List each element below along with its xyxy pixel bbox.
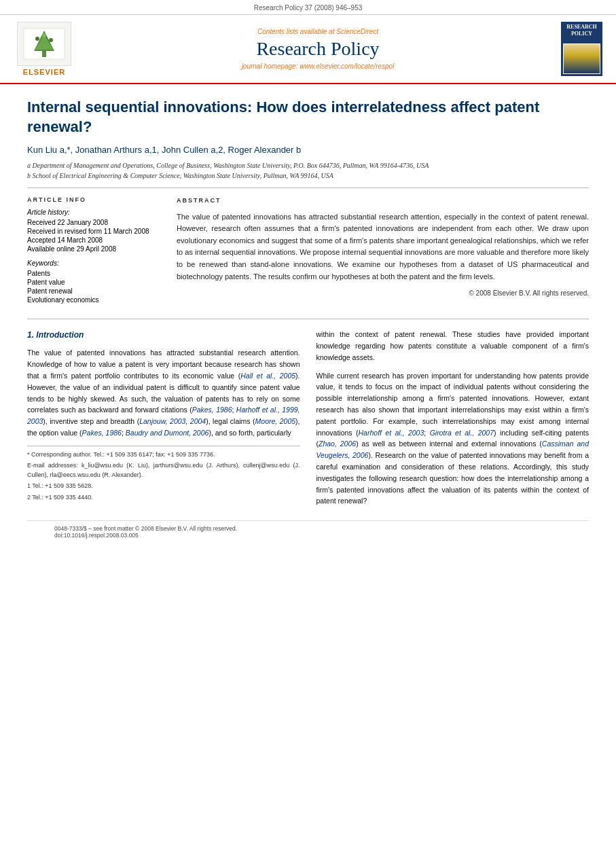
kw-patents: Patents xyxy=(27,270,163,277)
sciencedirect-link: Contents lists available at ScienceDirec… xyxy=(81,28,554,35)
cite-pakes-option: Pakes, 1986 xyxy=(82,429,122,437)
history-online: Available online 29 April 2008 xyxy=(27,245,163,253)
citation-text: Research Policy 37 (2008) 946–953 xyxy=(254,4,363,12)
affiliations: a Department of Management and Operation… xyxy=(27,160,589,181)
elsevier-text: ELSEVIER xyxy=(23,68,65,76)
journal-homepage: journal homepage: www.elsevier.com/locat… xyxy=(81,62,554,70)
cite-hall-2005: Hall et al., 2005 xyxy=(240,372,295,380)
elsevier-logo: ELSEVIER xyxy=(14,22,75,76)
abstract-copyright: © 2008 Elsevier B.V. All rights reserved… xyxy=(177,288,589,298)
affiliation-a: a Department of Management and Operation… xyxy=(27,160,589,171)
cite-girotra: Girotra et al., 2007 xyxy=(430,429,494,437)
body-right-col: within the context of patent renewal. Th… xyxy=(316,329,590,514)
journal-center: Contents lists available at ScienceDirec… xyxy=(81,28,554,70)
affiliation-b: b School of Electrical Engineering & Com… xyxy=(27,171,589,181)
right-para-2: While current research has proven import… xyxy=(316,370,590,507)
footnotes: * Corresponding author. Tel.: +1 509 335… xyxy=(27,446,300,503)
journal-title: Research Policy xyxy=(81,38,554,60)
cite-pakes-1986a: Pakes, 1986 xyxy=(192,406,232,414)
history-revised: Received in revised form 11 March 2008 xyxy=(27,228,163,235)
svg-point-5 xyxy=(35,37,39,41)
kw-patent-value: Patent value xyxy=(27,279,163,286)
cite-moore: Moore, 2005 xyxy=(255,417,296,425)
keywords-label: Keywords: xyxy=(27,260,163,267)
history-label: Article history: xyxy=(27,209,163,216)
abstract-panel: ABSTRACT The value of patented innovatio… xyxy=(177,196,589,305)
journal-cover-image: RESEARCHPOLICY xyxy=(561,22,602,76)
info-abstract-row: ARTICLE INFO Article history: Received 2… xyxy=(27,196,589,305)
bottom-bar: 0048-7333/$ – see front matter © 2008 El… xyxy=(27,520,589,543)
article-info-panel: ARTICLE INFO Article history: Received 2… xyxy=(27,196,163,305)
cite-lanjouw: Lanjouw, 2003, 2004 xyxy=(139,417,206,425)
elsevier-tree-image xyxy=(17,22,71,66)
issn-text: 0048-7333/$ – see front matter © 2008 El… xyxy=(54,525,237,532)
body-columns: 1. Introduction The value of patented in… xyxy=(27,329,589,514)
history-accepted: Accepted 14 March 2008 xyxy=(27,236,163,244)
authors: Kun Liu a,*, Jonathan Arthurs a,1, John … xyxy=(27,145,589,155)
history-received: Received 22 January 2008 xyxy=(27,219,163,226)
cite-cassiman: Cassiman and Veugelers, 2006 xyxy=(316,440,589,459)
kw-patent-renewal: Patent renewal xyxy=(27,287,163,295)
article-info-heading: ARTICLE INFO xyxy=(27,196,163,203)
doi-text: doi:10.1016/j.respol.2008.03.005 xyxy=(54,532,139,539)
sciencedirect-label[interactable]: ScienceDirect xyxy=(336,28,378,35)
fn-1: 1 Tel.: +1 509 335 5628. xyxy=(27,482,300,491)
divider-1 xyxy=(27,187,589,188)
fn-emails: E-mail addresses: k_liu@wsu.edu (K. Liu)… xyxy=(27,461,300,480)
svg-point-7 xyxy=(42,33,46,37)
abstract-heading: ABSTRACT xyxy=(177,196,589,206)
svg-point-6 xyxy=(49,38,53,42)
intro-para-1: The value of patented innovations has at… xyxy=(27,347,300,438)
article-body: Internal sequential innovations: How doe… xyxy=(0,84,616,556)
introduction-section: 1. Introduction The value of patented in… xyxy=(27,319,589,514)
page: Research Policy 37 (2008) 946–953 xyxy=(0,0,616,841)
cite-zhao: Zhao, 2006 xyxy=(319,440,356,448)
cover-graphic xyxy=(563,43,600,74)
body-left-col: 1. Introduction The value of patented in… xyxy=(27,329,300,514)
journal-header: ELSEVIER Contents lists available at Sci… xyxy=(0,15,616,84)
cite-baudry: Baudry and Dumont, 2006 xyxy=(126,429,209,437)
abstract-text: The value of patented innovations has at… xyxy=(177,211,589,283)
fn-corresponding: * Corresponding author. Tel.: +1 509 335… xyxy=(27,450,300,460)
intro-heading: 1. Introduction xyxy=(27,329,300,342)
fn-2: 2 Tel.: +1 509 335 4440. xyxy=(27,493,300,503)
right-para-1: within the context of patent renewal. Th… xyxy=(316,329,590,363)
journal-citation: Research Policy 37 (2008) 946–953 xyxy=(0,0,616,15)
cite-harhoff-2003: Harhoff et al., 2003 xyxy=(359,429,424,437)
kw-evolutionary-economics: Evolutionary economics xyxy=(27,296,163,304)
article-title: Internal sequential innovations: How doe… xyxy=(27,98,589,137)
keywords-section: Keywords: Patents Patent value Patent re… xyxy=(27,260,163,304)
